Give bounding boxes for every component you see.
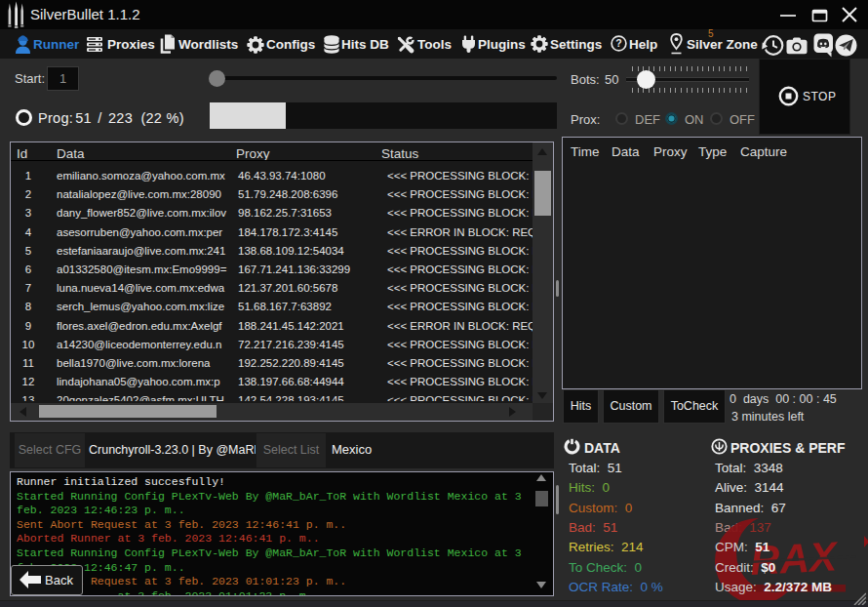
svg-text:?: ? [615, 37, 621, 49]
